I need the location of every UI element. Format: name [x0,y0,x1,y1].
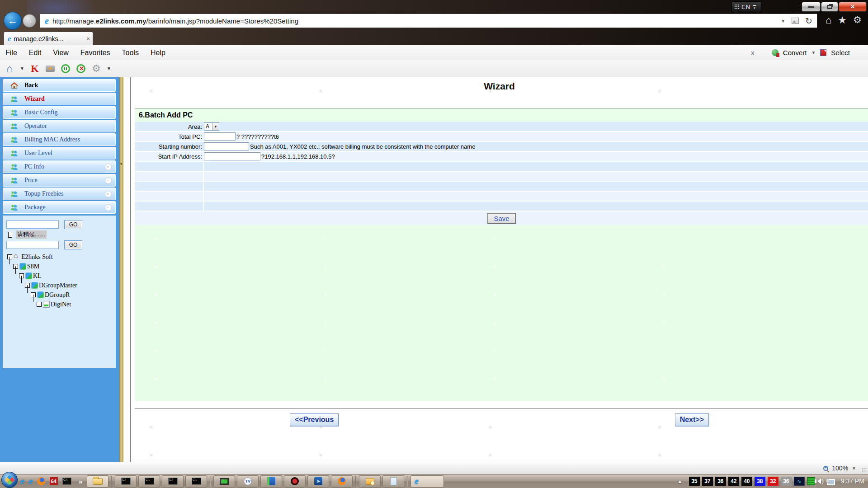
quicklaunch-64-icon[interactable]: 64 [50,477,58,485]
home-dropdown-icon[interactable]: ▼ [20,66,24,71]
back-button[interactable]: ← [4,12,22,30]
total-pc-input[interactable] [204,132,236,141]
restore-button[interactable] [821,2,838,12]
sync-stop-icon[interactable] [75,63,87,75]
sidebar-item-price[interactable]: Price» [3,174,116,187]
start-ip-address-input[interactable] [204,152,260,160]
resize-grip[interactable] [862,468,867,473]
taskbar-button-arrow[interactable]: ➤ [307,475,329,488]
quicklaunch-ie-icon[interactable]: e [20,476,24,486]
tray-temp-badge[interactable]: 32 [768,477,778,486]
tree-item-diginet[interactable]: .DigiNet [7,300,116,309]
address-dropdown-icon[interactable]: ▼ [781,19,785,23]
tools-gear-icon[interactable]: ⚙ [853,14,862,26]
start-button[interactable] [1,472,18,488]
tree-item-kl[interactable]: -KL [7,271,116,281]
home-icon[interactable]: ⌂ [826,14,831,26]
monitor-waveform-icon[interactable]: ∿ [794,477,805,486]
zoom-magnifier-icon[interactable] [823,466,828,471]
sidebar-item-back[interactable]: Back [3,79,116,92]
compatibility-view-icon[interactable] [792,18,799,24]
splitter-collapse-icon[interactable]: ◂ [120,161,122,166]
tray-temp-badge[interactable]: 40 [741,477,752,486]
taskbar-button-cmd[interactable]: C:\ [115,475,137,488]
language-options-icon[interactable]: ▾ [753,5,756,9]
sidebar-item-operator[interactable]: Operator [3,120,116,132]
taskbar-button-notepad[interactable] [382,475,404,488]
taskbar-button-bird[interactable] [260,475,282,488]
taskbar-button-outlook[interactable] [359,475,381,488]
toolbar-overflow-icon[interactable]: » [79,478,82,485]
area-select[interactable]: A▼ [204,122,219,131]
forward-button[interactable]: → [23,14,36,28]
refresh-icon[interactable]: ↻ [805,16,812,26]
sidebar-item-wizard[interactable]: Wizard [3,93,116,105]
quicklaunch-ie-icon[interactable]: e [28,476,32,486]
sidebar-item-topup-freebies[interactable]: Topup Freebies» [3,188,116,200]
menu-item-tools[interactable]: Tools [122,49,139,57]
url-text[interactable]: http://manage.e2links.com.my/barinfo/mai… [52,17,298,25]
tray-temp-badge[interactable]: 36 [715,477,726,486]
tree-item-dgroupr[interactable]: -DGroupR [7,290,116,300]
tray-temp-badge[interactable]: 38 [755,477,765,486]
browser-tab[interactable]: e manage.e2links... × [4,32,93,45]
taskbar-button-red[interactable] [284,475,306,488]
tree-node-box[interactable]: . [8,232,12,238]
next-button[interactable]: Next>> [675,413,709,426]
show-hidden-icons[interactable]: ▲ [678,479,682,484]
tree-expand-box[interactable]: . [37,302,42,307]
menu-item-view[interactable]: View [53,49,68,57]
volume-icon[interactable] [817,479,821,484]
previous-button[interactable]: <<Previous [290,413,339,426]
go-button-2[interactable]: GO [64,240,82,249]
sidebar-search-input-2[interactable] [6,241,59,249]
tree-item-e2links-soft[interactable]: -E2links Soft [7,252,116,262]
sidebar-item-basic-config[interactable]: Basic Config [3,106,116,119]
taskbar-button-explorer[interactable] [87,475,108,488]
home-page-icon[interactable]: ⌂ [4,63,15,75]
menu-item-help[interactable]: Help [151,49,165,57]
chevron-double-down-icon[interactable]: » [105,191,112,197]
tray-temp-badge[interactable]: 36 [781,477,792,486]
quicklaunch-cmd-icon[interactable]: C:\ [62,478,71,485]
taskbar-button-cmd[interactable]: C:\ [138,475,160,488]
starting-number-input[interactable] [204,142,249,150]
tray-temp-badge[interactable]: 37 [702,477,713,486]
favorites-star-icon[interactable]: ★ [838,14,847,26]
taskbar-button-ie[interactable]: e [410,475,444,488]
address-bar[interactable]: e http://manage.e2links.com.my/barinfo/m… [40,14,817,28]
chevron-double-down-icon[interactable]: » [105,204,112,211]
taskbar-button-remote[interactable] [213,475,235,488]
taskbar-button-cmd[interactable]: C:\ [162,475,184,488]
chevron-double-down-icon[interactable]: » [105,164,112,170]
quicklaunch-firefox-icon[interactable] [37,477,45,485]
frame-splitter[interactable] [119,77,123,462]
print-icon[interactable] [44,63,56,75]
menu-item-favorites[interactable]: Favorites [80,49,110,57]
tree-item-dgroupmaster[interactable]: -DGroupMaster [7,281,116,290]
taskbar-button-tv[interactable]: TV [237,475,259,488]
tray-temp-badge[interactable]: 35 [689,477,700,486]
tab-close-icon[interactable]: × [86,35,90,42]
settings-gear-icon[interactable]: ⚙ [90,63,102,75]
sidebar-item-user-level[interactable]: User Level [3,147,116,160]
chevron-double-down-icon[interactable]: » [105,177,112,184]
tree-item-s8m[interactable]: -S8M [7,262,116,271]
sidebar-search-input-1[interactable] [6,221,59,229]
memory-meter-icon[interactable] [807,477,815,485]
tray-temp-badge[interactable]: 42 [728,477,739,486]
settings-dropdown-icon[interactable]: ▼ [107,66,111,71]
select-button[interactable]: Select [831,49,850,56]
network-icon[interactable] [826,478,835,485]
taskbar-button-firefox[interactable] [331,475,353,488]
zoom-level[interactable]: 100% [832,465,848,472]
convert-button[interactable]: Convert [783,49,807,56]
minimize-button[interactable] [802,2,821,12]
sidebar-item-package[interactable]: Package» [3,201,116,214]
menu-item-file[interactable]: File [5,49,17,57]
menu-item-edit[interactable]: Edit [29,49,42,57]
sidebar-item-pc-info[interactable]: PC Info» [3,160,116,173]
clock[interactable]: 9:37 PM [841,478,864,485]
kaspersky-icon[interactable]: K [29,63,41,75]
convert-dropdown-icon[interactable]: ▼ [811,50,816,55]
